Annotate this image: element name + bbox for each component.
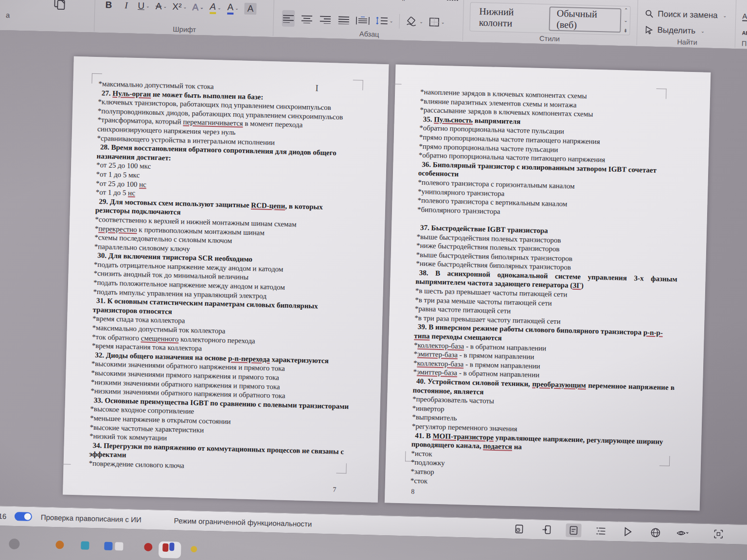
ribbon-group-font: B I U⌄ А⌄ X²⌄ A⌄ А⌄ А⌄ A Шрифт [102, 0, 268, 37]
spellcheck-underline: ЗГ [572, 281, 581, 289]
underline-button[interactable]: U⌄ [137, 0, 150, 15]
params-group-label: Парамет [742, 39, 747, 49]
spellcheck-underline: p-n-перехода [228, 354, 270, 363]
ruler-button[interactable] [446, 0, 459, 6]
styles-scroll-up[interactable]: ⌃ [624, 8, 628, 13]
edge-fragment: a [6, 11, 10, 19]
cursor-icon [644, 25, 653, 34]
dock-app-icon[interactable] [162, 543, 168, 552]
copy-button[interactable] [53, 0, 67, 12]
borders-button[interactable]: ⌄ [429, 14, 445, 31]
styles-more[interactable]: ⇟ [623, 28, 628, 33]
dock-app-icon[interactable] [169, 542, 174, 551]
bold-button[interactable]: B [102, 0, 115, 14]
pilcrow-button[interactable]: ¶⌄ [399, 0, 412, 4]
spellcheck-underline: преобразующим [532, 380, 586, 389]
bullet-list-button[interactable]: ⌄ [283, 0, 296, 1]
sort-button[interactable]: А↓ [423, 0, 436, 5]
page-8[interactable]: *накопление зарядов в ключевых компонент… [385, 65, 711, 511]
italic-button[interactable]: I [120, 0, 133, 14]
spellcheck-underline: МОП-транзисторе [432, 432, 494, 441]
line-numbers-button[interactable]: А≡⌄ [742, 10, 747, 24]
spellcheck-underline: эмиттер-база [417, 368, 457, 377]
search-icon [645, 9, 654, 18]
page-7[interactable]: I *максимально допустимый ток стока27. Н… [63, 56, 389, 503]
spellcheck-underline: перекрестно [98, 225, 137, 233]
text-direction-button[interactable]: А⇅⌄ [376, 0, 389, 4]
page-body: *накопление зарядов в ключевых компонент… [410, 88, 682, 491]
select-button[interactable]: Выделить⌄ [644, 23, 726, 38]
ribbon-group-styles: Нижний колонти Обычный (веб) ⌃ ⌄ ⇟ Стили [469, 2, 631, 46]
spellcheck-ai-label[interactable]: Проверка правописания с ИИ [41, 513, 142, 524]
styles-scroll-down[interactable]: ⌄ [624, 18, 628, 23]
immersive-reader-icon[interactable] [675, 526, 691, 540]
print-layout-icon[interactable] [566, 524, 582, 538]
style-footer[interactable]: Нижний колонти [472, 5, 550, 30]
spellcheck-underline: подается [483, 442, 512, 451]
web-layout-icon[interactable] [647, 525, 663, 540]
line-spacing-button[interactable]: ⌄ [375, 12, 393, 29]
outline-view-icon[interactable] [593, 524, 609, 538]
focus-mode-icon[interactable] [711, 527, 727, 541]
strikethrough-button[interactable]: А⌄ [155, 0, 168, 15]
highlight-color-button[interactable]: А⌄ [209, 0, 222, 16]
decrease-indent-button[interactable] [329, 0, 342, 3]
dock-app-icon[interactable] [104, 542, 112, 550]
page-number: 7 [333, 486, 336, 494]
dock-app-icon[interactable] [55, 541, 64, 549]
page-number: 8 [411, 488, 414, 496]
align-left-button[interactable] [282, 10, 295, 27]
spellcheck-underline: коллектор-база [417, 359, 463, 368]
word-count[interactable]: 1616 [0, 511, 6, 520]
align-right-button[interactable] [319, 11, 332, 28]
superscript-button[interactable]: X²⌄ [172, 0, 187, 16]
spellcheck-underline: перемагничивается [183, 118, 243, 127]
mobile-view-icon[interactable] [538, 523, 554, 537]
spellcheck-underline: Пульсность [434, 115, 473, 124]
search-replace-button[interactable]: Поиск и замена⌄ [645, 7, 727, 22]
text-effects-button[interactable]: A⌄ [192, 0, 205, 16]
numbered-list-button[interactable]: ⌄ [306, 0, 319, 2]
spellcheck-underline: RCD-цепи [251, 201, 285, 210]
crop-mark [391, 84, 402, 94]
spelling-button[interactable]: ABC✓⌄ [742, 26, 747, 40]
ribbon-group-paragraph: ⌄ ⌄ А⇅⌄ ¶⌄ А↓ ⌄ [282, 0, 458, 42]
justify-button[interactable] [337, 11, 350, 28]
dock-app-icon[interactable] [81, 541, 89, 549]
spellcheck-underline: смещенного [141, 334, 178, 343]
recent-pages-icon[interactable] [511, 522, 527, 536]
ribbon-group-find: Поиск и замена⌄ Выделить⌄ Найти [644, 6, 731, 48]
shading-button[interactable]: ⌄ [405, 13, 423, 30]
font-color-button[interactable]: А⌄ [227, 0, 240, 17]
find-group-label: Найти [644, 37, 730, 47]
spellcheck-underline: нс [139, 180, 146, 188]
spellcheck-underline: эмиттер-база [417, 350, 458, 359]
spellcheck-ai-toggle[interactable] [15, 512, 32, 521]
increase-indent-button[interactable] [353, 0, 366, 3]
style-normal-web[interactable]: Обычный (веб) [549, 6, 621, 33]
word-window: B I U⌄ А⌄ X²⌄ A⌄ А⌄ А⌄ A Шрифт ⌄ ⌄ [0, 0, 747, 560]
page-body: *максимально допустимый ток стока27. Нул… [89, 79, 360, 474]
dock-app-icon[interactable] [144, 543, 152, 551]
spellcheck-underline: коллектор-база [417, 341, 464, 350]
char-shading-button[interactable]: A [244, 0, 257, 18]
spellcheck-underline: нс [128, 189, 135, 197]
align-center-button[interactable] [300, 11, 313, 28]
crop-mark [61, 454, 71, 465]
document-canvas: I *максимально допустимый ток стока27. Н… [0, 29, 747, 525]
spellcheck-underline: Нуль-орган [112, 89, 151, 98]
reading-mode-icon[interactable] [620, 525, 636, 539]
ribbon-group-params: А≡⌄ ABC✓⌄ Парамет [742, 9, 747, 51]
distribute-button[interactable] [356, 12, 370, 29]
compatibility-mode-label: Режим ограниченной функциональности [174, 516, 312, 528]
dock-app-icon[interactable] [191, 546, 197, 552]
dock-app-icon[interactable] [9, 539, 20, 550]
dock-app-icon[interactable] [115, 542, 123, 550]
